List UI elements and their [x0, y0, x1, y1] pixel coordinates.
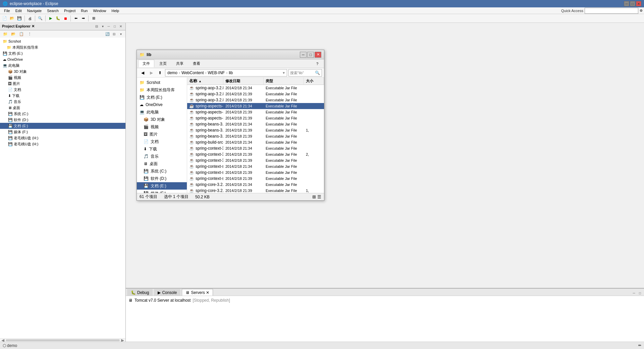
explorer-min-btn[interactable]: ─: [106, 24, 111, 29]
menu-edit[interactable]: Edit: [13, 8, 24, 13]
fe-file-row[interactable]: ☕ spring-core-3.2.8.RELEASE-javadoc.jar …: [187, 188, 324, 193]
fe-tab-file[interactable]: 文件: [138, 60, 154, 67]
menu-search[interactable]: Search: [44, 8, 61, 13]
fe-back-btn[interactable]: ◀: [139, 69, 146, 77]
fe-maximize-btn[interactable]: □: [307, 52, 314, 58]
toolbar-stop[interactable]: ⏹: [62, 15, 69, 22]
fe-breadcrumb[interactable]: demo › WebContent › WEB-INF › lib ▾: [165, 69, 287, 77]
fe-tab-home[interactable]: 主页: [155, 60, 171, 67]
fe-sidebar-desk[interactable]: 🖥 桌面: [137, 160, 187, 167]
fe-sidebar-scrshot[interactable]: 📁 Scrshot: [137, 79, 187, 86]
fe-sidebar-video[interactable]: 🎬 视频: [137, 123, 187, 131]
fe-file-row[interactable]: ☕ spring-context-support-3.2.8.RELEAS...…: [187, 169, 324, 176]
fe-file-row[interactable]: ☕ spring-context-3.2.8.RELEASE-javado...…: [187, 151, 324, 157]
quick-access-input[interactable]: [585, 8, 638, 14]
fe-file-row[interactable]: ☕ spring-aop-3.2.8.RELEASE.jar 2014/2/18…: [187, 85, 324, 91]
explorer-scrollbar[interactable]: ◀▶: [0, 338, 125, 342]
fe-col-name[interactable]: 名称 ▲: [187, 78, 223, 85]
maximize-button[interactable]: □: [630, 1, 635, 6]
fe-sidebar-pics[interactable]: 🖼 图片: [137, 131, 187, 138]
explorer-toolbar-more[interactable]: ⋮: [26, 31, 33, 38]
tree-item-thispc[interactable]: 💻 此电脑: [0, 62, 125, 68]
tree-item-ddrive[interactable]: 💾 软件 (D:): [0, 117, 125, 123]
tree-item-hdrive1[interactable]: 💾 老毛桃U盘 (H:): [0, 135, 125, 141]
fe-file-row[interactable]: ☕ spring-aspects-3.2.8.RELEASE-javado...…: [187, 109, 324, 115]
toolbar-debug[interactable]: 🐛: [55, 15, 61, 22]
tree-item-docs[interactable]: 📄 文档: [0, 87, 125, 93]
bottom-tab-debug[interactable]: 🐛 Debug: [127, 289, 153, 296]
toolbar-run[interactable]: ▶: [47, 15, 54, 22]
explorer-toolbar-new[interactable]: 📁: [2, 31, 9, 38]
tree-item-scrshot[interactable]: 📁 Scrshot: [0, 38, 125, 44]
fe-col-date[interactable]: 修改日期: [223, 78, 264, 85]
tree-item-院长[interactable]: 📁 本周院长指导库: [0, 44, 125, 50]
fe-file-row[interactable]: ☕ spring-context-support-3.2.8.RELEAS...…: [187, 163, 324, 169]
toolbar-print[interactable]: 🖨: [26, 15, 33, 22]
fe-file-row[interactable]: ☕ spring-context-support-3.2.8.RELEAS...…: [187, 176, 324, 182]
menu-window[interactable]: Window: [90, 8, 109, 13]
menu-file[interactable]: File: [1, 8, 13, 13]
fe-sidebar-dl[interactable]: ⬇ 下载: [137, 145, 187, 153]
tree-item-download[interactable]: ⬇ 下载: [0, 93, 125, 99]
fe-sidebar-music[interactable]: 🎵 音乐: [137, 153, 187, 160]
explorer-max-btn[interactable]: □: [112, 24, 117, 29]
fe-view-list-btn[interactable]: ⊞: [312, 194, 316, 199]
fe-tab-help[interactable]: ?: [312, 60, 323, 67]
tree-item-edrive2[interactable]: 💾 文档 (E:): [0, 123, 125, 129]
fe-file-row[interactable]: ☕ spring-beans-3.2.8.RELEASE-javadoc... …: [187, 127, 324, 133]
fe-view-details-btn[interactable]: ☰: [317, 194, 321, 199]
tree-item-cdrive[interactable]: 💾 系统 (C:): [0, 111, 125, 117]
fe-col-size[interactable]: 大小: [304, 78, 324, 85]
explorer-close-btn[interactable]: ✕: [118, 24, 123, 29]
explorer-filter-btn[interactable]: ▾: [118, 32, 123, 37]
explorer-collapse-all-btn[interactable]: ⊟: [111, 32, 117, 37]
fe-file-row[interactable]: ☕ spring-context-3.2.8.RELEASE-source...…: [187, 157, 324, 163]
fe-file-row[interactable]: ☕ spring-beans-3.2.8.RELEASE-sources....…: [187, 133, 324, 139]
fe-sidebar-院长[interactable]: 📁 本周院长指导库: [137, 86, 187, 94]
tree-item-pics[interactable]: 🖼 图片: [0, 81, 125, 87]
tree-item-fdrive[interactable]: 💾 媒体 (F:): [0, 129, 125, 135]
bottom-tab-console[interactable]: ▶ Console: [154, 289, 180, 296]
explorer-sync-btn[interactable]: 🔄: [105, 32, 110, 37]
tree-item-3d[interactable]: 📦 3D 对象: [0, 68, 125, 74]
fe-tab-share[interactable]: 共享: [172, 60, 188, 67]
fe-close-btn[interactable]: ✕: [315, 52, 321, 58]
server-list-item[interactable]: 🖥 Tomcat v7.0 Server at localhost [Stopp…: [127, 297, 643, 303]
tree-item-desktop[interactable]: 🖥 桌面: [0, 105, 125, 111]
bottom-tab-servers[interactable]: 🖥 Servers ✕: [182, 289, 213, 296]
fe-sidebar-edrive2[interactable]: 💾 文档 (E:): [137, 182, 187, 190]
menu-help[interactable]: Help: [109, 8, 122, 13]
tree-item-onedrive[interactable]: ☁ OneDrive: [0, 56, 125, 62]
menu-project[interactable]: Project: [61, 8, 78, 13]
fe-up-btn[interactable]: ⬆: [156, 69, 164, 77]
fe-tab-view[interactable]: 查看: [189, 60, 205, 67]
fe-col-type[interactable]: 类型: [264, 78, 304, 85]
fe-sidebar-thispc[interactable]: 💻 此电脑: [137, 108, 187, 116]
fe-file-row[interactable]: ☕ spring-core-3.2.8.RELEASE.jar 2014/2/1…: [187, 182, 324, 188]
toolbar-perspective[interactable]: ⊞: [90, 15, 97, 22]
tree-item-hdrive2[interactable]: 💾 老毛桃U盘 (H:): [0, 141, 125, 147]
fe-sidebar-cdrive[interactable]: 💾 系统 (C:): [137, 167, 187, 175]
close-button[interactable]: ✕: [636, 1, 641, 6]
fe-file-row[interactable]: ☕ spring-context-3.2.8.RELEASE.jar 2014/…: [187, 145, 324, 151]
toolbar-new[interactable]: 📄: [1, 15, 8, 22]
fe-file-row[interactable]: ☕ spring-beans-3.2.8.RELEASE.jar 2014/2/…: [187, 121, 324, 127]
toolbar-open[interactable]: 📂: [9, 15, 15, 22]
fe-sidebar-ddrive[interactable]: 💾 软件 (D:): [137, 175, 187, 182]
fe-file-row[interactable]: ☕ spring-aspects-3.2.8.RELEASE.jar 2014/…: [187, 103, 324, 109]
menu-navigate[interactable]: Navigate: [24, 8, 44, 13]
fe-file-row[interactable]: ☕ spring-aop-3.2.8.RELEASE-javadoc.jar 2…: [187, 91, 324, 97]
fe-sidebar-docs[interactable]: 📄 文档: [137, 138, 187, 145]
fe-sidebar-edrive[interactable]: 💾 文档 (E:): [137, 94, 187, 101]
fe-sidebar-onedrive[interactable]: ☁ OneDrive: [137, 101, 187, 108]
fe-forward-btn[interactable]: ▶: [148, 69, 155, 77]
fe-file-row[interactable]: ☕ spring-aop-3.2.8.RELEASE-sources.jar 2…: [187, 97, 324, 103]
tree-item-video[interactable]: 🎬 视频: [0, 74, 125, 81]
toolbar-forward[interactable]: ➡: [80, 15, 87, 22]
explorer-collapse-btn[interactable]: ⊟: [94, 24, 99, 29]
toolbar-save[interactable]: 💾: [16, 15, 23, 22]
fe-sidebar-3d[interactable]: 📦 3D 对象: [137, 116, 187, 123]
toolbar-search[interactable]: 🔍: [37, 15, 44, 22]
bottom-panel-max-btn[interactable]: □: [637, 290, 643, 296]
toolbar-back[interactable]: ⬅: [72, 15, 79, 22]
